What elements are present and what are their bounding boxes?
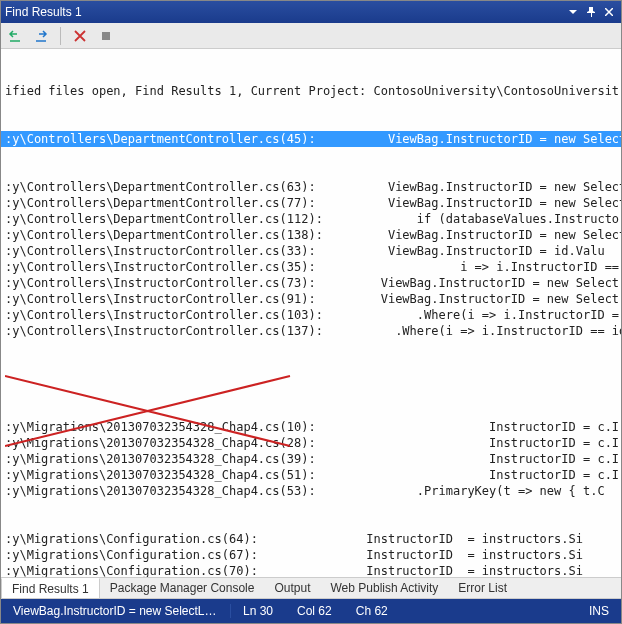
status-col: Col 62 <box>285 604 344 618</box>
close-button[interactable] <box>601 5 617 19</box>
result-line[interactable]: :y\Controllers\InstructorController.cs(1… <box>1 307 621 323</box>
result-line[interactable]: :y\Controllers\DepartmentController.cs(1… <box>1 227 621 243</box>
tab-package-manager[interactable]: Package Manager Console <box>100 578 265 598</box>
bottom-tabs: Find Results 1 Package Manager Console O… <box>1 577 621 599</box>
result-line[interactable]: :y\Migrations\201307032354328_Chap4.cs(3… <box>1 451 621 467</box>
tab-output[interactable]: Output <box>264 578 320 598</box>
stop-button[interactable] <box>96 26 116 46</box>
toolbar-separator <box>60 27 61 45</box>
result-line[interactable]: :y\Controllers\InstructorController.cs(9… <box>1 291 621 307</box>
tab-web-publish[interactable]: Web Publish Activity <box>321 578 449 598</box>
window-title: Find Results 1 <box>5 5 563 19</box>
tab-find-results[interactable]: Find Results 1 <box>1 578 100 598</box>
clear-button[interactable] <box>70 26 90 46</box>
svg-rect-0 <box>102 32 110 40</box>
status-bar: ViewBag.InstructorID = new SelectList(db… <box>1 599 621 623</box>
tab-error-list[interactable]: Error List <box>448 578 517 598</box>
result-line[interactable]: :y\Controllers\InstructorController.cs(3… <box>1 259 621 275</box>
result-line[interactable]: :y\Controllers\InstructorController.cs(3… <box>1 243 621 259</box>
result-line[interactable]: :y\Controllers\InstructorController.cs(1… <box>1 323 621 339</box>
result-line[interactable]: :y\Controllers\DepartmentController.cs(7… <box>1 195 621 211</box>
result-line[interactable]: :y\Migrations\201307032354328_Chap4.cs(5… <box>1 483 621 499</box>
result-line[interactable]: :y\Migrations\201307032354328_Chap4.cs(2… <box>1 435 621 451</box>
status-line: Ln 30 <box>231 604 285 618</box>
result-line[interactable]: :y\Migrations\201307032354328_Chap4.cs(5… <box>1 467 621 483</box>
result-line[interactable]: :y\Migrations\Configuration.cs(67): Inst… <box>1 547 621 563</box>
goto-next-button[interactable] <box>31 26 51 46</box>
titlebar: Find Results 1 <box>1 1 621 23</box>
toolbar <box>1 23 621 49</box>
result-line[interactable]: :y\Controllers\DepartmentController.cs(1… <box>1 211 621 227</box>
result-line[interactable]: :y\Controllers\InstructorController.cs(7… <box>1 275 621 291</box>
results-pane[interactable]: ified files open, Find Results 1, Curren… <box>1 49 621 577</box>
window-menu-button[interactable] <box>565 5 581 19</box>
result-line[interactable]: :y\Migrations\Configuration.cs(70): Inst… <box>1 563 621 577</box>
result-header: ified files open, Find Results 1, Curren… <box>1 83 621 99</box>
pin-button[interactable] <box>583 5 599 19</box>
result-line[interactable]: :y\Controllers\DepartmentController.cs(6… <box>1 179 621 195</box>
result-line-selected[interactable]: :y\Controllers\DepartmentController.cs(4… <box>1 131 621 147</box>
status-message: ViewBag.InstructorID = new SelectList(db… <box>1 604 231 618</box>
result-line[interactable]: :y\Migrations\Configuration.cs(64): Inst… <box>1 531 621 547</box>
goto-prev-button[interactable] <box>5 26 25 46</box>
result-line[interactable]: :y\Migrations\201307032354328_Chap4.cs(1… <box>1 419 621 435</box>
status-ch: Ch 62 <box>344 604 400 618</box>
status-ins: INS <box>577 604 621 618</box>
